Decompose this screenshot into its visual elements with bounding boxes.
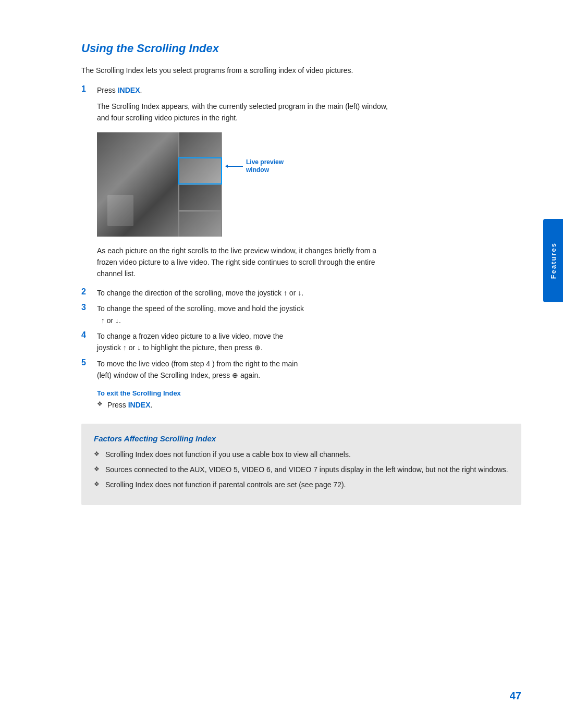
factors-bullet-1: ❖ Scrolling Index does not function if y… (94, 449, 509, 460)
step-4-number: 4 (81, 330, 97, 340)
live-preview-label: Live previewwindow (246, 158, 284, 175)
factors-box: Factors Affecting Scrolling Index ❖ Scro… (81, 424, 521, 505)
index-image-inner (97, 132, 222, 237)
features-tab-label: Features (549, 242, 557, 279)
step-1-row: 1 Press INDEX. (81, 84, 521, 96)
factors-bullet-3: ❖ Scrolling Index does not function if p… (94, 479, 509, 490)
section-title: Using the Scrolling Index (81, 42, 521, 55)
after-image-text: As each picture on the right scrolls to … (97, 245, 389, 280)
factors-bullet-text-3: Scrolling Index does not function if par… (105, 479, 509, 490)
step-2-row: 2 To change the direction of the scrolli… (81, 287, 521, 299)
exit-keyword: INDEX (128, 401, 151, 409)
step-5-text: To move the live video (from step 4 ) fr… (97, 358, 521, 381)
factors-bullet-text-1: Scrolling Index does not function if you… (105, 449, 509, 460)
callout-line: Live previewwindow (227, 158, 284, 175)
main-content: Using the Scrolling Index The Scrolling … (81, 42, 521, 505)
main-video-panel (97, 132, 178, 237)
exit-bullet-icon: ❖ (97, 399, 107, 408)
live-preview-callout: Live previewwindow (227, 132, 284, 175)
step-2-number: 2 (81, 287, 97, 297)
page-container: Features Using the Scrolling Index The S… (0, 0, 563, 728)
callout-arrow-icon (227, 166, 243, 167)
thumb-4 (179, 212, 221, 237)
factors-bullet-icon-2: ❖ (94, 464, 105, 473)
scrolling-index-image (97, 132, 222, 237)
step-1-text: Press INDEX. (97, 84, 521, 96)
thumb-2-highlighted (179, 158, 221, 183)
exit-bullet-text: Press INDEX. (107, 399, 521, 411)
step-1-detail: The Scrolling Index appears, with the cu… (97, 101, 389, 124)
features-side-tab: Features (543, 219, 563, 302)
step-3-text: To change the speed of the scrolling, mo… (97, 303, 521, 326)
step-3-row: 3 To change the speed of the scrolling, … (81, 303, 521, 326)
factors-bullet-text-2: Sources connected to the AUX, VIDEO 5, V… (105, 464, 509, 475)
step-1-keyword: INDEX (118, 86, 140, 94)
step-1-number: 1 (81, 84, 97, 94)
exit-section: To exit the Scrolling Index ❖ Press INDE… (81, 389, 521, 411)
factors-bullet-icon-1: ❖ (94, 449, 105, 458)
thumbnail-panel (179, 132, 221, 237)
scrolling-index-image-area: Live previewwindow (97, 132, 521, 237)
factors-bullet-2: ❖ Sources connected to the AUX, VIDEO 5,… (94, 464, 509, 475)
thumb-3 (179, 185, 221, 210)
step-3-number: 3 (81, 303, 97, 312)
step-5-row: 5 To move the live video (from step 4 ) … (81, 358, 521, 381)
step-4-text: To change a frozen video picture to a li… (97, 330, 521, 354)
exit-heading: To exit the Scrolling Index (97, 389, 521, 397)
step-1-container: 1 Press INDEX. The Scrolling Index appea… (81, 84, 521, 124)
step-2-text: To change the direction of the scrolling… (97, 287, 521, 299)
step-5-number: 5 (81, 358, 97, 367)
thumb-1 (179, 132, 221, 157)
factors-bullet-icon-3: ❖ (94, 479, 105, 488)
factors-title: Factors Affecting Scrolling Index (94, 434, 509, 443)
step-4-row: 4 To change a frozen video picture to a … (81, 330, 521, 354)
exit-bullet-row: ❖ Press INDEX. (97, 399, 521, 411)
page-number: 47 (510, 690, 521, 702)
intro-text: The Scrolling Index lets you select prog… (81, 65, 394, 76)
